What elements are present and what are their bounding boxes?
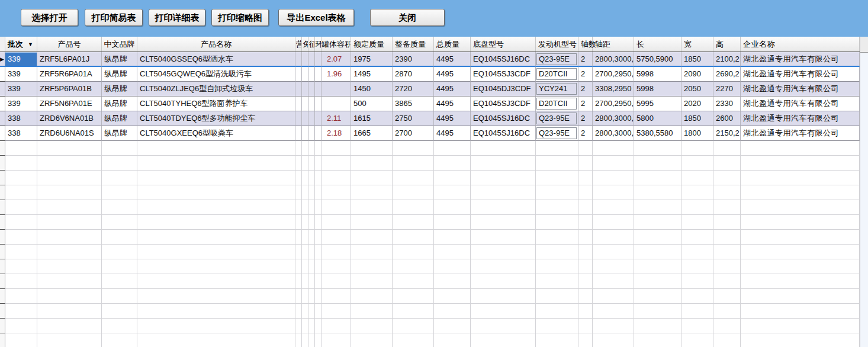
column-header-height[interactable]: 高	[713, 37, 741, 52]
cell-curb-mass[interactable]: 2390	[393, 52, 434, 67]
cell-product-no[interactable]: ZRD6V6NA01B	[37, 111, 102, 126]
cell-flag3[interactable]	[308, 126, 315, 141]
cell-wheelbase[interactable]: 2700,2950,	[593, 67, 634, 82]
cell-batch[interactable]: 338	[5, 126, 37, 141]
cell-total-mass[interactable]: 4495	[434, 97, 471, 111]
cell-engine-model[interactable]: YCY241	[536, 82, 578, 97]
row-selector[interactable]: ▶	[0, 52, 5, 67]
cell-length[interactable]: 5800	[634, 111, 681, 126]
cell-product-name[interactable]: CLT5045GQWEQ6型清洗吸污车	[137, 67, 295, 82]
cell-flag3[interactable]	[308, 67, 315, 82]
column-header-total-mass[interactable]: 总质量	[434, 37, 471, 52]
cell-product-name[interactable]: CLT5040TYHEQ6型路面养护车	[137, 97, 295, 111]
cell-flag3[interactable]	[308, 82, 315, 97]
print-detail-table-button[interactable]: 打印详细表	[149, 9, 205, 26]
cell-flag1[interactable]	[295, 97, 302, 111]
cell-width[interactable]: 2020	[681, 97, 713, 111]
cell-rated-mass[interactable]: 1665	[351, 126, 393, 141]
cell-flag2[interactable]	[302, 82, 308, 97]
cell-tank-volume[interactable]: 1.96	[322, 67, 351, 82]
column-header-company[interactable]: 企业名称	[741, 37, 860, 52]
table-row[interactable]: 338ZRD6U6NA01S纵昂牌CLT5040GXEEQ6型吸粪车2.1816…	[0, 126, 860, 141]
cell-axles[interactable]: 2	[578, 67, 593, 82]
column-header-axles[interactable]: 轴数	[578, 37, 593, 52]
cell-width[interactable]: 2050	[681, 82, 713, 97]
column-header-brand[interactable]: 中文品牌	[102, 37, 137, 52]
cell-rated-mass[interactable]: 1615	[351, 111, 393, 126]
cell-curb-mass[interactable]: 2870	[393, 67, 434, 82]
column-header-curb-mass[interactable]: 整备质量	[393, 37, 434, 52]
cell-height[interactable]: 2100,2	[713, 52, 741, 67]
column-header-flag2[interactable]: 免	[302, 37, 308, 52]
cell-flag1[interactable]	[295, 67, 302, 82]
cell-brand[interactable]: 纵昂牌	[102, 67, 137, 82]
cell-engine-model[interactable]: Q23-95E	[536, 126, 578, 141]
cell-height[interactable]: 2150,2	[713, 126, 741, 141]
engine-model-box[interactable]: D20TCII	[536, 68, 577, 80]
cell-tank-volume[interactable]	[322, 97, 351, 111]
cell-height[interactable]: 2600	[713, 111, 741, 126]
cell-total-mass[interactable]: 4495	[434, 67, 471, 82]
cell-flag1[interactable]	[295, 111, 302, 126]
cell-flag4[interactable]	[315, 126, 322, 141]
cell-flag2[interactable]	[302, 67, 308, 82]
cell-rated-mass[interactable]: 1495	[351, 67, 393, 82]
cell-product-no[interactable]: ZRF5P6PA01B	[37, 82, 102, 97]
cell-flag4[interactable]	[315, 82, 322, 97]
cell-length[interactable]: 5750,5900	[634, 52, 681, 67]
cell-tank-volume[interactable]	[322, 82, 351, 97]
column-header-width[interactable]: 宽	[681, 37, 713, 52]
cell-wheelbase[interactable]: 2800,3000,	[593, 52, 634, 67]
cell-tank-volume[interactable]: 2.07	[322, 52, 351, 67]
cell-engine-model[interactable]: Q23-95E	[536, 52, 578, 67]
cell-chassis-model[interactable]: EQ1045SJ3CDF	[471, 67, 536, 82]
cell-flag3[interactable]	[308, 111, 315, 126]
cell-wheelbase[interactable]: 2800,3000,	[593, 111, 634, 126]
cell-flag2[interactable]	[302, 52, 308, 67]
column-header-product-name[interactable]: 产品名称	[137, 37, 295, 52]
row-selector[interactable]	[0, 126, 5, 141]
cell-company[interactable]: 湖北盈通专用汽车有限公司	[741, 111, 860, 126]
cell-batch[interactable]: 339	[5, 97, 37, 111]
close-button[interactable]: 关闭	[370, 9, 445, 26]
cell-flag2[interactable]	[302, 111, 308, 126]
cell-brand[interactable]: 纵昂牌	[102, 82, 137, 97]
column-header-rated-mass[interactable]: 额定质量	[351, 37, 393, 52]
cell-rated-mass[interactable]: 1450	[351, 82, 393, 97]
column-header-length[interactable]: 长	[634, 37, 681, 52]
cell-company[interactable]: 湖北盈通专用汽车有限公司	[741, 52, 860, 67]
vertical-scrollbar[interactable]	[860, 37, 868, 347]
cell-flag3[interactable]	[308, 97, 315, 111]
table-row[interactable]: ▶339ZRF5L6PA01J纵昂牌CLT5040GSSEQ6型洒水车2.071…	[0, 52, 860, 67]
cell-chassis-model[interactable]: EQ1045DJ3CDF	[471, 82, 536, 97]
cell-flag4[interactable]	[315, 111, 322, 126]
cell-flag1[interactable]	[295, 82, 302, 97]
engine-model-box[interactable]: Q23-95E	[536, 53, 577, 65]
cell-batch[interactable]: 339	[5, 82, 37, 97]
column-header-batch[interactable]: 批次▼	[5, 37, 37, 52]
export-excel-button[interactable]: 导出Excel表格	[278, 9, 354, 26]
cell-axles[interactable]: 2	[578, 52, 593, 67]
cell-height[interactable]: 2330	[713, 97, 741, 111]
cell-product-name[interactable]: CLT5040TDYEQ6型多功能抑尘车	[137, 111, 295, 126]
cell-curb-mass[interactable]: 2720	[393, 82, 434, 97]
cell-product-no[interactable]: ZRF5L6PA01J	[37, 52, 102, 67]
cell-product-name[interactable]: CLT5040GSSEQ6型洒水车	[137, 52, 295, 67]
table-row[interactable]: 339ZRF5P6PA01B纵昂牌CLT5040ZLJEQ6型自卸式垃圾车145…	[0, 82, 860, 97]
cell-chassis-model[interactable]: EQ1045SJ16DC	[471, 52, 536, 67]
cell-brand[interactable]: 纵昂牌	[102, 52, 137, 67]
row-selector[interactable]	[0, 111, 5, 126]
cell-width[interactable]: 1850	[681, 52, 713, 67]
cell-company[interactable]: 湖北盈通专用汽车有限公司	[741, 97, 860, 111]
table-row[interactable]: 339ZRF5R6PA01A纵昂牌CLT5045GQWEQ6型清洗吸污车1.96…	[0, 67, 860, 82]
row-selector[interactable]	[0, 82, 5, 97]
cell-flag4[interactable]	[315, 52, 322, 67]
cell-total-mass[interactable]: 4495	[434, 111, 471, 126]
cell-rated-mass[interactable]: 500	[351, 97, 393, 111]
cell-product-no[interactable]: ZRF5N6PA01E	[37, 97, 102, 111]
cell-chassis-model[interactable]: EQ1045SJ3CDF	[471, 97, 536, 111]
cell-batch[interactable]: 339	[5, 67, 37, 82]
select-open-button[interactable]: 选择打开	[21, 9, 78, 26]
cell-length[interactable]: 5995	[634, 97, 681, 111]
cell-chassis-model[interactable]: EQ1045SJ16DC	[471, 111, 536, 126]
